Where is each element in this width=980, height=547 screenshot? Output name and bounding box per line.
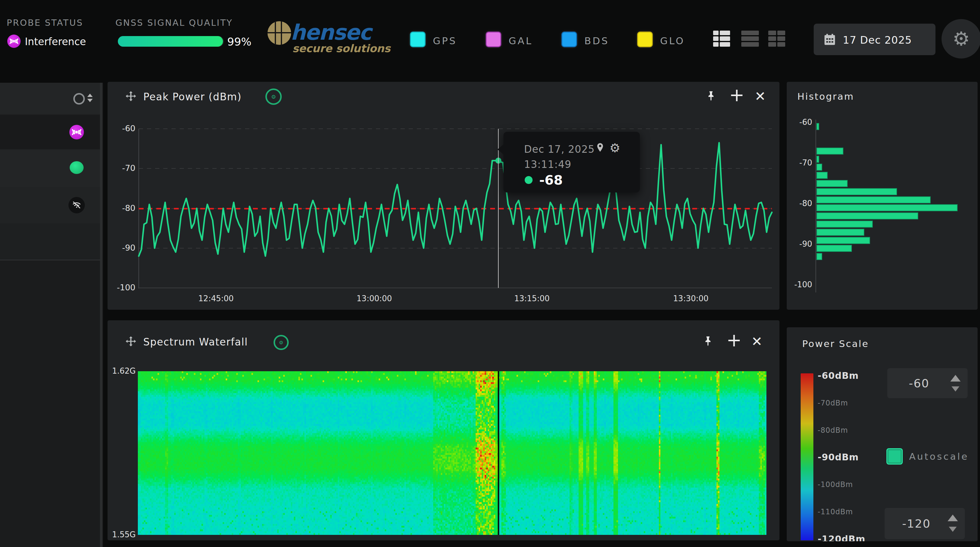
power-scale-tick: -100dBm xyxy=(818,480,853,489)
sidebar-row-offline[interactable] xyxy=(0,187,100,224)
legend-label-gps: GPS xyxy=(433,35,457,47)
power-min-decrement[interactable] xyxy=(949,527,957,532)
tooltip-gear-icon[interactable]: ⚙ xyxy=(609,141,620,155)
x-tick-label: 13:00:00 xyxy=(347,294,401,303)
histogram-bar xyxy=(816,221,873,228)
waterfall-freq-bottom-label: 1.55G xyxy=(110,530,136,539)
peak-power-line xyxy=(139,129,772,288)
sidebar-row-interference[interactable] xyxy=(0,115,100,150)
close-panel-icon[interactable]: ✕ xyxy=(755,88,766,104)
histogram-bar xyxy=(816,237,870,244)
probe-status-icon xyxy=(7,35,21,48)
power-scale-tick: -110dBm xyxy=(818,508,853,516)
power-scale-tick: -70dBm xyxy=(818,399,848,407)
pin-icon[interactable] xyxy=(705,90,717,104)
date-label: 17 Dec 2025 xyxy=(843,34,912,46)
histogram-bar xyxy=(816,164,822,171)
histogram-bar xyxy=(816,188,897,195)
y-tick-label: -100 xyxy=(108,283,135,292)
power-min-value[interactable]: -120 xyxy=(885,508,948,539)
legend-label-gal: GAL xyxy=(509,35,533,47)
logo-name: hensec xyxy=(291,20,371,45)
sidebar xyxy=(0,83,103,547)
power-colorbar xyxy=(801,373,813,540)
legend-chip-glo[interactable] xyxy=(637,32,653,47)
hist-tick-label: -80 xyxy=(787,199,812,208)
panel-status-ring-icon[interactable]: ⚙ xyxy=(266,88,282,105)
sidebar-row-empty xyxy=(0,223,100,260)
logo-tagline: secure solutions xyxy=(292,42,390,54)
hist-tick-label: -60 xyxy=(787,118,812,127)
panel-status-ring-icon[interactable]: ⚙ xyxy=(274,335,289,350)
power-max-increment[interactable] xyxy=(950,375,961,381)
histogram-bar xyxy=(816,148,843,155)
histogram-bar xyxy=(816,212,918,219)
location-pin-icon[interactable] xyxy=(594,142,606,155)
power-min-input[interactable]: -120 xyxy=(885,508,965,539)
spectrum-waterfall-heatmap[interactable] xyxy=(138,371,767,535)
autoscale-checkbox[interactable] xyxy=(886,448,903,464)
power-max-decrement[interactable] xyxy=(951,386,959,392)
add-widget-icon[interactable]: + xyxy=(729,84,744,105)
view-button-list-detail[interactable] xyxy=(713,30,731,47)
tooltip-time: 13:11:49 xyxy=(524,158,571,170)
spectrum-waterfall-panel: Spectrum Waterfall ⚙ + ✕ 1.62G 1.55G xyxy=(108,321,780,540)
legend-chip-gps[interactable] xyxy=(410,32,426,47)
tooltip-series-dot xyxy=(525,176,533,184)
gnss-dashboard: PROBE STATUS Interference GNSS SIGNAL QU… xyxy=(0,0,980,547)
close-panel-icon[interactable]: ✕ xyxy=(751,334,762,349)
chart-tooltip: Dec 17, 2025 ⚙ 13:11:49 -68 xyxy=(503,132,640,193)
probe-status-label: PROBE STATUS xyxy=(7,18,83,28)
histogram-bar xyxy=(816,172,827,179)
sidebar-row-header[interactable] xyxy=(0,83,100,115)
view-button-grid[interactable] xyxy=(768,30,786,47)
legend-chip-gal[interactable] xyxy=(485,32,501,47)
power-scale-tick: -90dBm xyxy=(818,452,859,462)
tooltip-value: -68 xyxy=(539,172,563,188)
sidebar-scrollbar[interactable] xyxy=(100,83,102,547)
gnss-quality-label: GNSS SIGNAL QUALITY xyxy=(115,18,233,28)
wifi-off-icon xyxy=(68,197,85,213)
ring-status-icon xyxy=(73,93,85,105)
histogram-bar xyxy=(816,196,931,203)
gnss-quality-bar-track xyxy=(118,36,224,47)
waterfall-panel-title: Spectrum Waterfall xyxy=(143,336,248,348)
probe-status-value: Interference xyxy=(25,36,86,48)
move-handle-icon[interactable] xyxy=(124,335,137,349)
top-bar: PROBE STATUS Interference GNSS SIGNAL QU… xyxy=(0,0,980,82)
autoscale-label: Autoscale xyxy=(909,451,969,462)
pin-icon[interactable] xyxy=(702,335,714,349)
histogram-panel: Histogram -60-70-80-90-100 xyxy=(787,82,978,310)
histogram-bar xyxy=(816,204,958,211)
date-picker-button[interactable]: 17 Dec 2025 xyxy=(814,24,935,55)
power-scale-tick: -60dBm xyxy=(818,370,859,381)
move-handle-icon[interactable] xyxy=(124,90,137,104)
power-scale-tick: -120dBm xyxy=(818,534,865,541)
histogram-bar xyxy=(816,156,819,163)
tooltip-date: Dec 17, 2025 xyxy=(524,144,595,155)
power-max-value[interactable]: -60 xyxy=(887,368,951,398)
hist-tick-label: -100 xyxy=(787,280,812,289)
sort-control[interactable] xyxy=(87,94,93,102)
y-tick-label: -80 xyxy=(108,203,135,213)
calendar-icon xyxy=(823,32,837,48)
histogram-bar xyxy=(816,123,819,130)
power-min-increment[interactable] xyxy=(948,515,958,521)
add-widget-icon[interactable]: + xyxy=(727,329,741,351)
histogram-bar xyxy=(816,229,864,236)
legend-label-bds: BDS xyxy=(584,35,609,47)
y-tick-label: -70 xyxy=(108,163,135,173)
power-max-input[interactable]: -60 xyxy=(887,368,967,398)
waterfall-freq-top-label: 1.62G xyxy=(110,367,136,375)
view-button-rows[interactable] xyxy=(741,30,759,47)
peak-power-chart[interactable] xyxy=(139,129,772,288)
legend-chip-bds[interactable] xyxy=(562,32,577,47)
sidebar-row-ok[interactable] xyxy=(0,149,100,188)
gnss-quality-bar-fill xyxy=(118,36,223,47)
hist-tick-label: -90 xyxy=(787,239,812,249)
peak-power-panel: Peak Power (dBm) ⚙ + ✕ -60-70-80-90-100 … xyxy=(108,82,780,310)
y-tick-label: -90 xyxy=(108,243,135,252)
settings-button[interactable]: ⚙ xyxy=(942,19,980,59)
power-scale-tick: -80dBm xyxy=(818,426,848,435)
x-tick-label: 13:15:00 xyxy=(505,294,559,303)
